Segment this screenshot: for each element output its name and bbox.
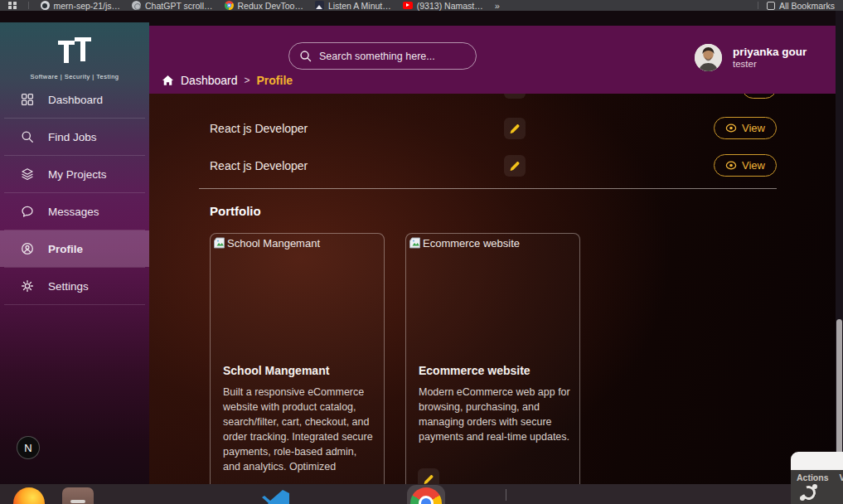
gear-icon: [20, 279, 34, 293]
eye-icon: [725, 124, 737, 133]
search-input[interactable]: [319, 51, 460, 62]
breadcrumb-profile[interactable]: Profile: [257, 74, 293, 87]
browser-bookmarks-bar: mern-sep-21/js… ChatGPT scroll… Redux De…: [0, 0, 843, 11]
bookmark-label: Listen A Minut…: [328, 1, 391, 11]
eye-icon: [725, 161, 737, 170]
card-title: School Mangemant: [223, 364, 375, 377]
job-row: React js Developer View: [210, 116, 777, 141]
sidebar-item-label: Settings: [48, 280, 89, 293]
view-job-button[interactable]: View: [714, 154, 777, 177]
scrollbar-thumb[interactable]: [836, 319, 842, 463]
layers-icon: [20, 167, 34, 182]
file-manager-icon[interactable]: [62, 487, 94, 504]
sidebar-item-settings[interactable]: Settings: [0, 268, 149, 304]
divider: [758, 2, 758, 9]
broken-image-alt: School Mangemant: [211, 234, 384, 250]
sidebar-item-label: Messages: [48, 206, 99, 218]
user-box[interactable]: priyanka gour tester: [695, 44, 807, 71]
screen: mern-sep-21/js… ChatGPT scroll… Redux De…: [0, 0, 843, 504]
broken-image-alt: Ecommerce website: [406, 234, 579, 250]
search-icon: [20, 130, 34, 144]
avatar[interactable]: [695, 44, 722, 71]
pencil-icon: [509, 160, 521, 172]
recorder-window-body: [791, 452, 843, 470]
bookmark-label: Redux DevToo…: [238, 1, 303, 11]
image-alt-text: Ecommerce website: [423, 237, 520, 250]
bookmarks-panel-icon: [767, 2, 775, 10]
portfolio-card[interactable]: School Mangemant School Mangemant Built …: [210, 233, 385, 484]
bookmark-item-chatgpt[interactable]: ChatGPT scroll…: [132, 1, 213, 11]
sidebar-item-label: My Projects: [48, 168, 107, 181]
card-description: Built a responsive eCommerce website wit…: [223, 385, 375, 474]
dock-separator: [506, 489, 506, 501]
portfolio-heading: Portfolio: [210, 204, 261, 218]
dashboard-grid-icon: [20, 93, 34, 107]
redux-devtools-icon: [225, 1, 234, 10]
youtube-icon: [403, 2, 413, 9]
sidebar-item-dashboard[interactable]: Dashboard: [0, 81, 149, 118]
sidebar-item-my-projects[interactable]: My Projects: [0, 156, 149, 192]
search-box[interactable]: [288, 42, 477, 70]
sidebar-item-profile[interactable]: Profile: [0, 230, 149, 267]
recorder-menubar: Actions Vi: [791, 470, 843, 504]
bookmark-item-youtube[interactable]: (9313) Namast…: [403, 1, 483, 11]
card-title: Ecommerce website: [419, 364, 570, 377]
recorder-view-menu[interactable]: Vi: [840, 472, 843, 482]
broken-image-icon: [409, 237, 421, 249]
page-scrollbar[interactable]: [836, 11, 843, 484]
bookmark-label: mern-sep-21/js…: [54, 1, 121, 11]
bookmark-label: (9313) Namast…: [417, 1, 483, 11]
job-title: React js Developer: [210, 122, 308, 135]
divider: [199, 188, 777, 189]
image-alt-text: School Mangemant: [227, 237, 320, 250]
pencil-icon: [509, 123, 521, 134]
breadcrumb: Dashboard > Profile: [162, 74, 293, 87]
user-circle-icon: [20, 242, 34, 256]
bookmark-label: ChatGPT scroll…: [145, 1, 213, 11]
bookmark-item-listen[interactable]: Listen A Minut…: [315, 1, 391, 11]
tt-logo-icon: [52, 35, 97, 66]
app-header: Dashboard > Profile priyank: [149, 26, 836, 94]
sidebar-item-label: Dashboard: [48, 94, 103, 106]
job-row-partial: [210, 94, 777, 100]
user-name: priyanka gour: [733, 46, 807, 59]
breadcrumb-separator: >: [245, 75, 250, 86]
view-job-button[interactable]: [742, 94, 777, 99]
vscode-icon[interactable]: [260, 487, 292, 504]
firefox-icon[interactable]: [13, 487, 45, 504]
logo-tagline: Software | Security | Testing: [0, 73, 149, 80]
edit-job-button[interactable]: [504, 155, 526, 177]
nextjs-dev-badge[interactable]: N: [17, 436, 40, 459]
bookmarks-overflow-chevron[interactable]: »: [495, 1, 500, 11]
sidebar-menu: Dashboard Find Jobs My Projects: [0, 81, 149, 305]
all-bookmarks-button[interactable]: All Bookmarks: [767, 1, 835, 11]
home-icon[interactable]: [162, 75, 174, 86]
user-role: tester: [733, 59, 807, 70]
app-logo: Software | Security | Testing: [0, 22, 149, 80]
sidebar-item-messages[interactable]: Messages: [0, 193, 149, 230]
portfolio-card[interactable]: Ecommerce website Ecommerce website Mode…: [405, 233, 580, 484]
main-content: React js Developer View React js Develop…: [149, 94, 836, 484]
bookmark-item-github[interactable]: mern-sep-21/js…: [41, 1, 121, 11]
pencil-icon: [423, 473, 434, 484]
listen-icon: [315, 1, 324, 10]
github-icon: [41, 1, 50, 10]
sidebar-item-label: Profile: [48, 243, 83, 255]
breadcrumb-dashboard[interactable]: Dashboard: [181, 74, 238, 87]
all-bookmarks-label: All Bookmarks: [779, 1, 835, 11]
sidebar: Software | Security | Testing Dashboard …: [0, 22, 149, 484]
apps-grid-icon[interactable]: [8, 2, 17, 10]
edit-job-button[interactable]: [504, 94, 526, 99]
recorder-actions-menu[interactable]: Actions: [797, 472, 829, 482]
sidebar-item-label: Find Jobs: [48, 131, 97, 143]
divider: [28, 2, 29, 9]
sidebar-item-find-jobs[interactable]: Find Jobs: [0, 119, 149, 155]
view-job-button[interactable]: View: [714, 117, 777, 139]
edit-job-button[interactable]: [504, 118, 526, 139]
broken-image-icon: [213, 237, 225, 249]
edit-portfolio-button[interactable]: [418, 468, 439, 484]
divider: [4, 304, 145, 305]
recorder-logo-icon: [802, 486, 816, 500]
view-label: View: [742, 159, 765, 172]
bookmark-item-redux[interactable]: Redux DevToo…: [225, 1, 303, 11]
